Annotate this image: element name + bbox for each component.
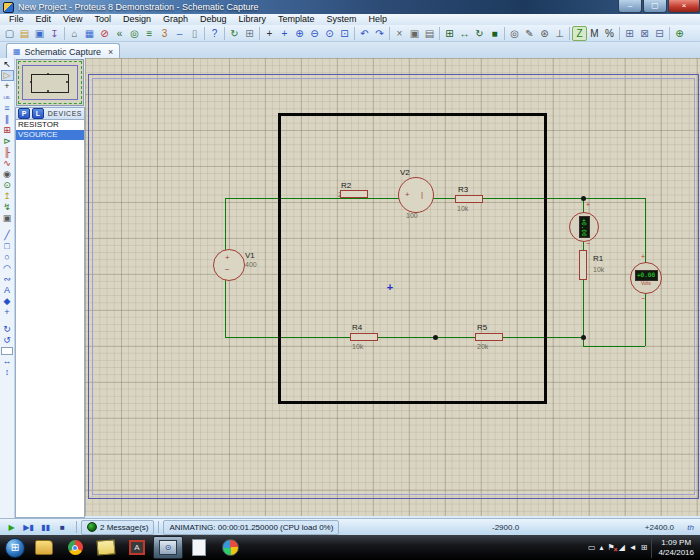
- proteus-app[interactable]: ⊙: [153, 536, 183, 559]
- terminals-mode-icon[interactable]: ⊳: [1, 136, 14, 147]
- block-rotate-icon[interactable]: ↻: [472, 26, 487, 41]
- sticky-notes-app[interactable]: [91, 536, 121, 559]
- volume-icon[interactable]: ◄: [629, 543, 637, 553]
- redo-icon[interactable]: ↷: [372, 26, 387, 41]
- tab-close-icon[interactable]: ×: [105, 47, 113, 57]
- action-center-icon[interactable]: ⚑: [607, 543, 614, 553]
- voltage-probe-mode-icon[interactable]: ↥: [1, 191, 14, 202]
- remove-sheet-icon[interactable]: ⊠: [637, 26, 652, 41]
- make-device-icon[interactable]: ✎: [522, 26, 537, 41]
- source-v1[interactable]: + −: [213, 249, 245, 281]
- cut-icon[interactable]: ×: [392, 26, 407, 41]
- taskbar-clock[interactable]: 1:09 PM 4/24/2016: [651, 538, 700, 558]
- start-button[interactable]: ⊞: [2, 536, 28, 559]
- schematic-capture-icon[interactable]: ▦: [82, 26, 97, 41]
- minimize-button[interactable]: –: [618, 0, 642, 13]
- maximize-button[interactable]: ▢: [643, 0, 667, 13]
- pcb-layout-icon[interactable]: ⊘: [97, 26, 112, 41]
- paste-icon[interactable]: ▤: [422, 26, 437, 41]
- rotation-angle-box[interactable]: [1, 347, 13, 355]
- dc-voltmeter[interactable]: +0.00 Volts: [630, 262, 662, 294]
- line-mode-icon[interactable]: ╱: [1, 230, 14, 241]
- pause-button[interactable]: ▮▮: [38, 521, 53, 534]
- device-list-item[interactable]: VSOURCE: [16, 130, 84, 140]
- false-origin-icon[interactable]: +: [262, 26, 277, 41]
- save-project-icon[interactable]: ▣: [32, 26, 47, 41]
- tab-schematic-capture[interactable]: ▦ Schematic Capture ×: [6, 43, 120, 59]
- 3d-visualizer-icon[interactable]: 3: [157, 26, 172, 41]
- zoom-in-icon[interactable]: ⊕: [292, 26, 307, 41]
- resistor-r1[interactable]: [579, 250, 587, 280]
- explorer-app[interactable]: [29, 536, 59, 559]
- decompose-icon[interactable]: ⊥: [552, 26, 567, 41]
- netlist-icon[interactable]: –: [172, 26, 187, 41]
- zoom-all-icon[interactable]: ⊙: [322, 26, 337, 41]
- device-pins-mode-icon[interactable]: ╟: [1, 147, 14, 158]
- text-mode-icon[interactable]: A: [1, 285, 14, 296]
- symbol-mode-icon[interactable]: ◆: [1, 296, 14, 307]
- exit-to-parent-icon[interactable]: ⊟: [652, 26, 667, 41]
- notepad-app[interactable]: [184, 536, 214, 559]
- dc-ammeter[interactable]: +0.00: [569, 212, 599, 242]
- schematic-canvas[interactable]: + − V1 400 + | V2 100 2k R2 R3 10k R4 10…: [85, 58, 700, 516]
- help-icon[interactable]: ?: [207, 26, 222, 41]
- path-mode-icon[interactable]: ∾: [1, 274, 14, 285]
- rotate-cw-icon[interactable]: ↻: [1, 324, 14, 335]
- adobe-reader-app[interactable]: A: [122, 536, 152, 559]
- library-manager-button[interactable]: L: [32, 108, 44, 119]
- current-probe-mode-icon[interactable]: ↯: [1, 202, 14, 213]
- pick-devices-button[interactable]: P: [18, 108, 30, 119]
- redraw-icon[interactable]: ↻: [227, 26, 242, 41]
- chrome-app[interactable]: [60, 536, 90, 559]
- mirror-x-icon[interactable]: ↔: [1, 356, 14, 367]
- search-tag-icon[interactable]: M: [587, 26, 602, 41]
- grid-toggle-icon[interactable]: ⊞: [242, 26, 257, 41]
- copy-icon[interactable]: ▣: [407, 26, 422, 41]
- device-list-item[interactable]: RESISTOR: [16, 120, 84, 130]
- text-script-mode-icon[interactable]: ≡: [1, 103, 14, 114]
- home-page-icon[interactable]: ⌂: [67, 26, 82, 41]
- gerber-viewer-icon[interactable]: «: [112, 26, 127, 41]
- arc-mode-icon[interactable]: ◠: [1, 263, 14, 274]
- virtual-instruments-mode-icon[interactable]: ▣: [1, 213, 14, 224]
- mirror-y-icon[interactable]: ↕: [1, 367, 14, 378]
- undo-icon[interactable]: ↶: [357, 26, 372, 41]
- buses-mode-icon[interactable]: ∥: [1, 114, 14, 125]
- message-panel[interactable]: 2 Message(s): [81, 520, 154, 535]
- marker-mode-icon[interactable]: +: [1, 307, 14, 318]
- new-sheet-icon[interactable]: ⊞: [622, 26, 637, 41]
- network-icon[interactable]: ◢: [619, 543, 625, 553]
- design-explorer-icon[interactable]: ◎: [127, 26, 142, 41]
- wire-autorouter-icon[interactable]: Z: [572, 26, 587, 41]
- block-move-icon[interactable]: ↔: [457, 26, 472, 41]
- paint-app[interactable]: [215, 536, 245, 559]
- selection-mode-icon[interactable]: ↖: [1, 59, 14, 70]
- pick-parts-icon[interactable]: ◎: [507, 26, 522, 41]
- open-project-icon[interactable]: ▤: [17, 26, 32, 41]
- import-project-icon[interactable]: ↧: [47, 26, 62, 41]
- graph-mode-icon[interactable]: ∿: [1, 158, 14, 169]
- property-assignment-icon[interactable]: %: [602, 26, 617, 41]
- generator-mode-icon[interactable]: ⊙: [1, 180, 14, 191]
- circle-mode-icon[interactable]: ○: [1, 252, 14, 263]
- step-button[interactable]: ▶▮: [21, 521, 36, 534]
- hidden-icons-chevron[interactable]: ▴: [599, 543, 603, 553]
- zoom-out-icon[interactable]: ⊖: [307, 26, 322, 41]
- subcircuit-mode-icon[interactable]: ⊞: [1, 125, 14, 136]
- graphics-box[interactable]: [278, 113, 547, 404]
- block-delete-icon[interactable]: ■: [487, 26, 502, 41]
- center-at-cursor-icon[interactable]: +: [277, 26, 292, 41]
- tape-recorder-mode-icon[interactable]: ◉: [1, 169, 14, 180]
- new-project-icon[interactable]: ▢: [2, 26, 17, 41]
- play-button[interactable]: ▶: [4, 521, 19, 534]
- block-copy-icon[interactable]: ⊞: [442, 26, 457, 41]
- rotate-ccw-icon[interactable]: ↺: [1, 335, 14, 346]
- component-mode-icon[interactable]: ▷: [1, 70, 14, 81]
- junction-dot-mode-icon[interactable]: +: [1, 81, 14, 92]
- documentation-icon[interactable]: ▯: [187, 26, 202, 41]
- overview-pane[interactable]: [16, 59, 84, 106]
- battery-icon[interactable]: ▭: [588, 543, 596, 553]
- open-design-explorer-icon[interactable]: ⊕: [672, 26, 687, 41]
- wire-label-mode-icon[interactable]: LBL: [1, 92, 14, 103]
- stop-button[interactable]: ■: [55, 521, 70, 534]
